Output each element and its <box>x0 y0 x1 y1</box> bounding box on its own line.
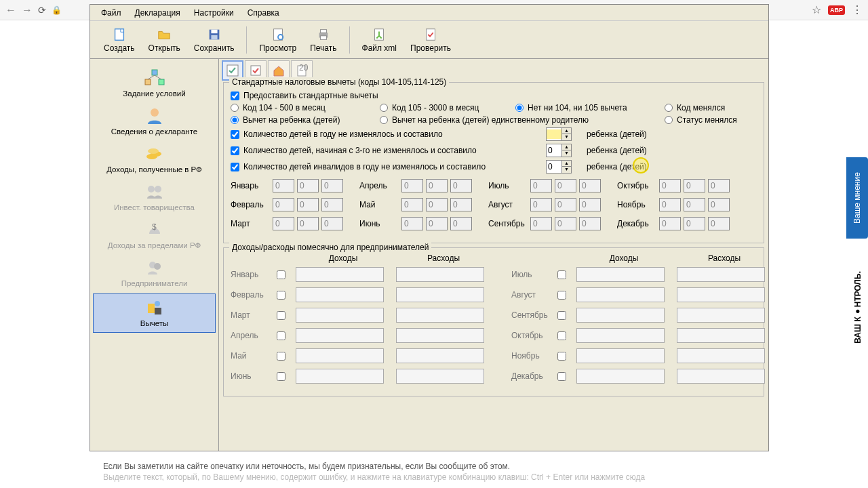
entrep-left-income-1[interactable] <box>296 287 384 302</box>
month-4-2[interactable] <box>426 198 448 211</box>
radio-radio-row-1-3[interactable]: Код менялся <box>665 103 753 113</box>
month-7-1[interactable] <box>530 198 552 211</box>
sidebar-item-0[interactable]: Задание условий <box>90 64 218 102</box>
entrep-right-expense-0[interactable] <box>677 267 765 282</box>
entrep-left-chk-2[interactable] <box>277 311 285 320</box>
bookmark-icon[interactable]: ☆ <box>812 3 821 16</box>
sidebar-item-6[interactable]: Вычеты <box>93 293 216 333</box>
entrep-right-income-3[interactable] <box>576 328 665 343</box>
entrep-left-income-5[interactable] <box>296 369 384 384</box>
browser-menu-icon[interactable]: ⋮ <box>852 3 863 16</box>
radio-radio-row-1-0[interactable]: Код 104 - 500 в месяц <box>231 103 380 113</box>
reload-icon[interactable]: ⟳ <box>38 5 46 16</box>
radio-radio-row-2-2[interactable]: Статус менялся <box>665 115 753 125</box>
entrep-right-chk-0[interactable] <box>557 270 566 279</box>
month-8-2[interactable] <box>555 217 576 230</box>
month-5-1[interactable] <box>401 217 423 230</box>
entrep-right-chk-1[interactable] <box>557 291 566 300</box>
entrep-left-chk-5[interactable] <box>277 372 285 381</box>
month-3-2[interactable] <box>426 179 448 192</box>
entrep-left-expense-2[interactable] <box>396 308 484 323</box>
entrep-right-income-5[interactable] <box>576 369 665 384</box>
entrep-left-chk-0[interactable] <box>277 270 285 279</box>
menu-declaration[interactable]: Декларация <box>130 6 186 20</box>
month-5-2[interactable] <box>426 217 448 230</box>
menu-settings[interactable]: Настройки <box>189 6 239 20</box>
month-11-3[interactable] <box>708 217 730 230</box>
month-0-1[interactable] <box>273 179 294 192</box>
month-4-3[interactable] <box>450 198 472 211</box>
entrep-right-chk-3[interactable] <box>557 331 566 340</box>
entrep-left-expense-1[interactable] <box>396 287 484 302</box>
radio-radio-row-2-1[interactable]: Вычет на ребенка (детей) единственному р… <box>380 115 665 125</box>
tb-create[interactable]: Создать <box>100 26 139 54</box>
radio-radio-row-2-0[interactable]: Вычет на ребенка (детей) <box>231 115 380 125</box>
sidebar-item-2[interactable]: Доходы, полученные в РФ <box>90 140 218 178</box>
month-0-2[interactable] <box>297 179 319 192</box>
entrep-right-income-4[interactable] <box>576 348 665 363</box>
entrep-left-expense-4[interactable] <box>396 348 484 363</box>
month-5-3[interactable] <box>450 217 472 230</box>
tb-print[interactable]: Печать <box>306 26 340 54</box>
entrep-left-expense-0[interactable] <box>396 267 484 282</box>
month-7-2[interactable] <box>555 198 576 211</box>
chk-provide[interactable] <box>231 92 239 100</box>
tb-preview[interactable]: Просмотр <box>255 26 300 54</box>
month-4-1[interactable] <box>401 198 423 211</box>
tb-xml[interactable]: Файл xml <box>358 26 401 54</box>
month-8-3[interactable] <box>579 217 601 230</box>
chk-children-1[interactable] <box>231 146 239 155</box>
entrep-left-expense-3[interactable] <box>396 328 484 343</box>
month-10-2[interactable] <box>684 198 705 211</box>
entrep-right-expense-3[interactable] <box>677 328 765 343</box>
month-6-2[interactable] <box>555 179 576 192</box>
tb-save[interactable]: Сохранить <box>190 26 239 54</box>
month-10-3[interactable] <box>708 198 730 211</box>
month-10-1[interactable] <box>659 198 681 211</box>
menu-file[interactable]: Файл <box>96 6 127 20</box>
month-3-3[interactable] <box>450 179 472 192</box>
entrep-left-income-4[interactable] <box>296 348 384 363</box>
month-2-3[interactable] <box>321 217 343 230</box>
month-9-2[interactable] <box>684 179 705 192</box>
month-1-3[interactable] <box>321 198 343 211</box>
month-2-1[interactable] <box>273 217 294 230</box>
feedback-tab[interactable]: Ваше мнение <box>846 157 868 239</box>
entrep-left-chk-4[interactable] <box>277 352 285 361</box>
spinner-children-2[interactable]: ▲▼ <box>546 160 572 174</box>
month-9-3[interactable] <box>708 179 730 192</box>
tb-check[interactable]: Проверить <box>406 26 455 54</box>
entrep-right-expense-5[interactable] <box>677 369 765 384</box>
nav-back-icon[interactable]: ← <box>5 4 16 16</box>
month-11-1[interactable] <box>659 217 681 230</box>
abp-icon[interactable]: ABP <box>828 5 845 15</box>
radio-radio-row-1-1[interactable]: Код 105 - 3000 в месяц <box>380 103 515 113</box>
month-1-1[interactable] <box>273 198 294 211</box>
entrep-right-expense-1[interactable] <box>677 287 765 302</box>
nav-forward-icon[interactable]: → <box>22 4 33 16</box>
month-9-1[interactable] <box>659 179 681 192</box>
entrep-right-chk-2[interactable] <box>557 311 566 320</box>
radio-radio-row-1-2[interactable]: Нет ни 104, ни 105 вычета <box>515 103 665 113</box>
entrep-left-chk-3[interactable] <box>277 331 285 340</box>
entrep-right-expense-4[interactable] <box>677 348 765 363</box>
entrep-right-chk-5[interactable] <box>557 372 566 381</box>
month-1-2[interactable] <box>297 198 319 211</box>
entrep-left-chk-1[interactable] <box>277 291 285 300</box>
month-8-1[interactable] <box>530 217 552 230</box>
entrep-left-income-3[interactable] <box>296 328 384 343</box>
spinner-children-0[interactable]: ▲▼ <box>546 127 572 141</box>
chk-children-0[interactable] <box>231 130 239 139</box>
entrep-left-expense-5[interactable] <box>396 369 484 384</box>
month-3-1[interactable] <box>401 179 423 192</box>
entrep-left-income-2[interactable] <box>296 308 384 323</box>
entrep-right-chk-4[interactable] <box>557 352 566 361</box>
month-2-2[interactable] <box>297 217 319 230</box>
entrep-left-income-0[interactable] <box>296 267 384 282</box>
month-11-2[interactable] <box>684 217 705 230</box>
vash-kontrol[interactable]: ВАШ К●НТРОЛЬ. <box>852 271 863 344</box>
entrep-right-expense-2[interactable] <box>677 308 765 323</box>
entrep-right-income-2[interactable] <box>576 308 665 323</box>
entrep-right-income-1[interactable] <box>576 287 665 302</box>
spinner-children-1[interactable]: ▲▼ <box>546 144 572 157</box>
